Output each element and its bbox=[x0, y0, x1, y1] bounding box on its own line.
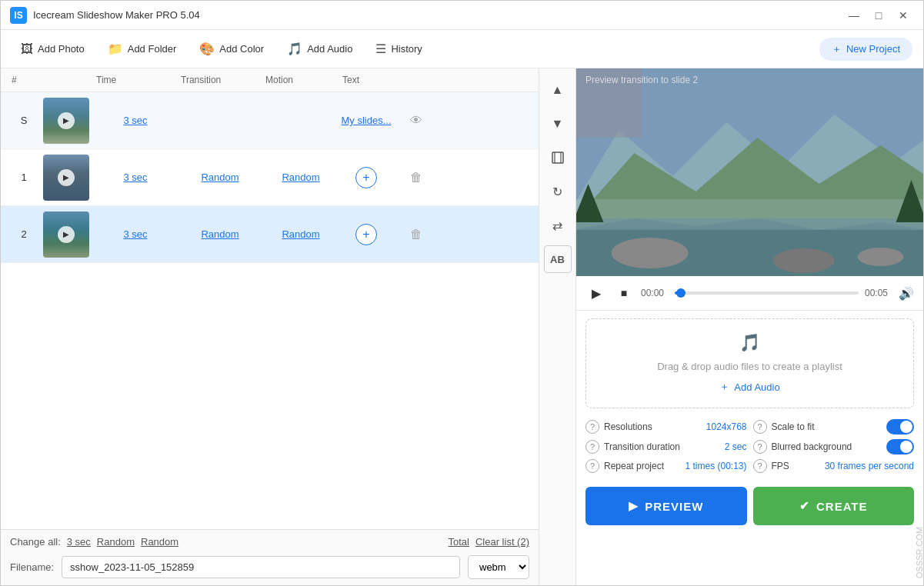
add-photo-icon: 🖼 bbox=[21, 42, 33, 56]
change-all-label: Change all: bbox=[10, 536, 61, 548]
move-up-button[interactable]: ▲ bbox=[544, 76, 572, 104]
blurred-item: ? Blurred background bbox=[753, 439, 915, 454]
row-1-transition[interactable]: Random bbox=[178, 171, 262, 183]
progress-thumb[interactable] bbox=[676, 288, 685, 298]
row-2-thumb-cell[interactable]: ▶ bbox=[39, 211, 93, 258]
resolution-label: Resolutions bbox=[604, 421, 652, 432]
blurred-toggle[interactable] bbox=[886, 439, 914, 454]
left-panel: # Time Transition Motion Text S ▶ bbox=[1, 68, 539, 585]
play-button[interactable]: ▶ bbox=[585, 282, 607, 304]
delete-button-1[interactable]: 🗑 bbox=[410, 171, 422, 185]
row-2-time[interactable]: 3 sec bbox=[93, 228, 178, 240]
shuffle-button[interactable]: ⇄ bbox=[544, 211, 572, 239]
transition-value[interactable]: 2 sec bbox=[725, 441, 747, 452]
audio-drop-text: Drag & drop audio files to create a play… bbox=[657, 361, 842, 372]
move-down-button[interactable]: ▼ bbox=[544, 110, 572, 138]
row-1-motion[interactable]: Random bbox=[262, 171, 339, 183]
preview-label: Preview transition to slide 2 bbox=[585, 75, 698, 85]
scale-help-icon[interactable]: ? bbox=[753, 420, 767, 434]
row-1-text[interactable]: + bbox=[339, 167, 393, 188]
create-button[interactable]: ✔ CREATE bbox=[753, 487, 915, 525]
watermark: OSSSR.COM bbox=[915, 527, 924, 578]
app-window: IS Icecream Slideshow Maker PRO 5.04 — □… bbox=[0, 0, 924, 586]
row-1-transition-link[interactable]: Random bbox=[201, 171, 239, 183]
row-1-num: 1 bbox=[8, 171, 39, 183]
play-overlay-s: ▶ bbox=[58, 112, 75, 129]
rotate-button[interactable]: ↻ bbox=[544, 178, 572, 205]
preview-button[interactable]: ▶ PREVIEW bbox=[585, 487, 747, 525]
create-check-icon: ✔ bbox=[799, 499, 810, 513]
add-audio-link[interactable]: ＋ Add Audio bbox=[719, 380, 779, 394]
progress-bar[interactable] bbox=[675, 291, 859, 295]
total-link[interactable]: Total bbox=[448, 536, 469, 548]
repeat-help-icon[interactable]: ? bbox=[585, 459, 599, 473]
add-text-button-2[interactable]: + bbox=[355, 224, 377, 245]
title-bar: IS Icecream Slideshow Maker PRO 5.04 — □… bbox=[1, 1, 923, 30]
transition-help-icon[interactable]: ? bbox=[585, 440, 599, 454]
repeat-value[interactable]: 1 times (00:13) bbox=[685, 461, 746, 471]
delete-button-2[interactable]: 🗑 bbox=[410, 228, 422, 241]
row-s-text-link[interactable]: My slides... bbox=[341, 115, 391, 126]
row-2-motion-link[interactable]: Random bbox=[282, 228, 319, 240]
add-color-button[interactable]: 🎨 Add Color bbox=[190, 37, 273, 61]
row-2-delete[interactable]: 🗑 bbox=[393, 228, 439, 241]
toolbar: 🖼 Add Photo 📁 Add Folder 🎨 Add Color 🎵 A… bbox=[1, 30, 923, 68]
svg-point-10 bbox=[858, 248, 904, 266]
add-text-button-1[interactable]: + bbox=[355, 167, 377, 188]
blurred-help-icon[interactable]: ? bbox=[753, 440, 767, 454]
audio-drop-area[interactable]: 🎵 Drag & drop audio files to create a pl… bbox=[585, 318, 914, 408]
col-time: Time bbox=[93, 73, 178, 87]
eye-button-s[interactable]: 👁 bbox=[410, 114, 422, 128]
row-1-time-link[interactable]: 3 sec bbox=[123, 171, 147, 183]
filename-input[interactable] bbox=[62, 556, 460, 578]
add-audio-toolbar-button[interactable]: 🎵 Add Audio bbox=[278, 37, 362, 61]
row-1-motion-link[interactable]: Random bbox=[282, 171, 319, 183]
preview-area: Preview transition to slide 2 bbox=[576, 68, 923, 276]
change-all-motion[interactable]: Random bbox=[141, 536, 178, 548]
row-2-text[interactable]: + bbox=[339, 224, 393, 245]
row-2-time-link[interactable]: 3 sec bbox=[123, 228, 147, 240]
fps-help-icon[interactable]: ? bbox=[753, 459, 767, 473]
table-row: S ▶ 3 sec My slides... bbox=[1, 92, 539, 149]
svg-point-8 bbox=[612, 238, 689, 268]
row-1-time[interactable]: 3 sec bbox=[93, 171, 178, 183]
player-controls: ▶ ■ 00:00 00:05 🔊 bbox=[576, 276, 923, 311]
row-1-delete[interactable]: 🗑 bbox=[393, 171, 439, 185]
row-s-time-link[interactable]: 3 sec bbox=[123, 115, 147, 126]
change-all-time[interactable]: 3 sec bbox=[67, 536, 91, 548]
slide-table: S ▶ 3 sec My slides... bbox=[1, 92, 539, 529]
row-2-transition[interactable]: Random bbox=[178, 228, 262, 240]
scale-toggle[interactable] bbox=[886, 419, 914, 435]
row-s-thumb-cell[interactable]: ▶ bbox=[39, 98, 93, 144]
row-1-number: 1 bbox=[21, 171, 26, 183]
bottom-bar: Change all: 3 sec Random Random Total Cl… bbox=[1, 529, 539, 585]
row-s-text[interactable]: My slides... bbox=[339, 115, 393, 126]
row-1-thumb-cell[interactable]: ▶ bbox=[39, 155, 93, 201]
add-photo-button[interactable]: 🖼 Add Photo bbox=[12, 38, 94, 61]
table-header: # Time Transition Motion Text bbox=[1, 68, 539, 92]
close-button[interactable]: ✕ bbox=[892, 6, 914, 25]
stop-button[interactable]: ■ bbox=[613, 282, 635, 304]
change-all-transition[interactable]: Random bbox=[97, 536, 135, 548]
fps-value[interactable]: 30 frames per second bbox=[825, 461, 914, 471]
resolution-value[interactable]: 1024x768 bbox=[706, 421, 747, 432]
row-2-motion[interactable]: Random bbox=[262, 228, 339, 240]
minimize-button[interactable]: — bbox=[843, 6, 865, 25]
row-s-time[interactable]: 3 sec bbox=[93, 115, 178, 126]
ab-button[interactable]: AB bbox=[544, 245, 572, 273]
blurred-label: Blurred background bbox=[772, 441, 852, 452]
crop-button[interactable] bbox=[544, 144, 572, 171]
format-select[interactable]: webm mp4 avi bbox=[468, 555, 529, 579]
settings-row-1: ? Resolutions 1024x768 ? Scale to fit bbox=[585, 419, 914, 435]
row-2-transition-link[interactable]: Random bbox=[201, 228, 239, 240]
volume-icon[interactable]: 🔊 bbox=[899, 286, 914, 301]
right-panel: Preview transition to slide 2 bbox=[576, 68, 923, 585]
history-button[interactable]: ☰ History bbox=[366, 37, 431, 61]
new-project-button[interactable]: ＋ New Project bbox=[819, 38, 912, 61]
add-audio-link-text[interactable]: Add Audio bbox=[734, 381, 779, 393]
clear-list-link[interactable]: Clear list (2) bbox=[475, 536, 529, 548]
add-folder-button[interactable]: 📁 Add Folder bbox=[98, 37, 186, 61]
resolution-help-icon[interactable]: ? bbox=[585, 420, 599, 434]
maximize-button[interactable]: □ bbox=[868, 6, 889, 25]
row-s-thumbnail: ▶ bbox=[43, 98, 89, 144]
